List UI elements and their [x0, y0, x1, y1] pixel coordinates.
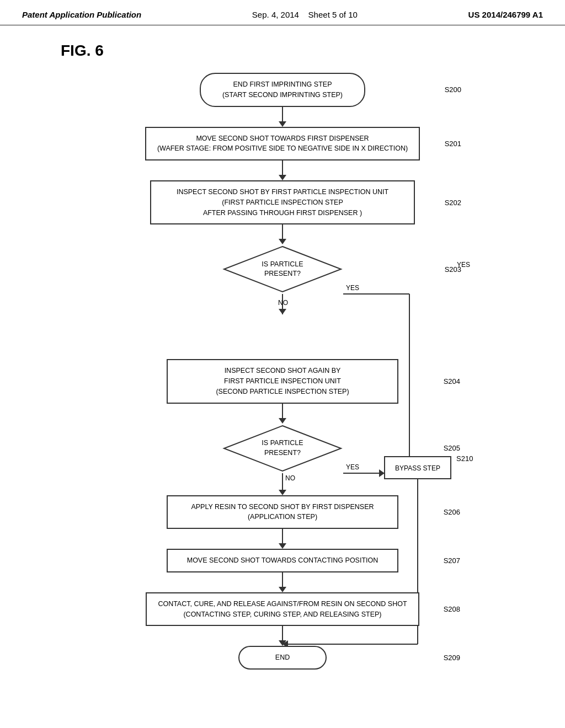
arrow-s206-s207: [279, 529, 286, 549]
s206-text: APPLY RESIN TO SECOND SHOT BY FIRST DISP…: [191, 503, 374, 521]
s205-node: IS PARTICLEPRESENT?: [222, 424, 343, 473]
fig-label: FIG. 6: [61, 42, 565, 60]
no-label-s205: NO: [285, 474, 295, 482]
s209-label: S209: [444, 654, 460, 662]
s207-node: MOVE SECOND SHOT TOWARDS CONTACTING POSI…: [167, 549, 398, 572]
s207-row: MOVE SECOND SHOT TOWARDS CONTACTING POSI…: [89, 549, 476, 572]
s201-row: MOVE SECOND SHOT TOWARDS FIRST DISPENSER…: [22, 127, 543, 161]
s206-node: APPLY RESIN TO SECOND SHOT BY FIRST DISP…: [167, 495, 398, 529]
arrow-s201-s202: [279, 160, 286, 180]
yes-label-s203: YES: [457, 261, 470, 269]
patent-number: US 2014/246799 A1: [468, 10, 543, 19]
s205-label: S205: [444, 444, 460, 452]
s200-node: END FIRST IMPRINTING STEP(START SECOND I…: [200, 73, 365, 107]
s202-label: S202: [445, 199, 461, 207]
s200-row: END FIRST IMPRINTING STEP(START SECOND I…: [22, 73, 543, 107]
flowchart: END FIRST IMPRINTING STEP(START SECOND I…: [0, 73, 565, 692]
page-header: Patent Application Publication Sep. 4, 2…: [0, 0, 565, 25]
s207-label: S207: [444, 556, 460, 565]
arrow-s202-s203: [279, 224, 286, 244]
s202-text: INSPECT SECOND SHOT BY FIRST PARTICLE IN…: [177, 188, 388, 217]
s209-text: END: [275, 654, 290, 661]
date: Sep. 4, 2014: [252, 10, 299, 19]
s204-text: INSPECT SECOND SHOT AGAIN BYFIRST PARTIC…: [216, 367, 349, 395]
sheet: Sheet 5 of 10: [308, 10, 358, 19]
s209-row: END S209: [89, 646, 476, 670]
s203-node: IS PARTICLEPRESENT?: [222, 244, 343, 294]
s201-label: S201: [445, 140, 461, 148]
s208-row: CONTACT, CURE, AND RELEASE AGAINST/FROM …: [89, 592, 476, 627]
s200-text: END FIRST IMPRINTING STEP(START SECOND I…: [222, 81, 343, 99]
arrow-s207-s208: [279, 572, 286, 592]
arrow-s208-s209: [279, 626, 286, 646]
s204-label: S204: [444, 377, 460, 386]
s206-label: S206: [444, 508, 460, 516]
no-label-s203: NO: [278, 299, 288, 307]
s209-node: END: [238, 646, 327, 670]
arrow-s204-s205: [279, 404, 286, 424]
s205-text: IS PARTICLEPRESENT?: [262, 438, 303, 458]
s208-label: S208: [444, 605, 460, 613]
arrow-s200-s201: [279, 107, 286, 127]
s204-node: INSPECT SECOND SHOT AGAIN BYFIRST PARTIC…: [167, 359, 398, 403]
s207-text: MOVE SECOND SHOT TOWARDS CONTACTING POSI…: [187, 556, 379, 564]
s201-text: MOVE SECOND SHOT TOWARDS FIRST DISPENSER…: [157, 135, 408, 153]
publication-label: Patent Application Publication: [22, 10, 141, 19]
s200-label: S200: [445, 85, 461, 94]
s204-row: INSPECT SECOND SHOT AGAIN BYFIRST PARTIC…: [89, 359, 476, 403]
s208-text: CONTACT, CURE, AND RELEASE AGAINST/FROM …: [158, 600, 407, 618]
s202-row: INSPECT SECOND SHOT BY FIRST PARTICLE IN…: [22, 180, 543, 224]
s208-node: CONTACT, CURE, AND RELEASE AGAINST/FROM …: [146, 592, 419, 627]
s201-node: MOVE SECOND SHOT TOWARDS FIRST DISPENSER…: [145, 127, 420, 161]
s202-node: INSPECT SECOND SHOT BY FIRST PARTICLE IN…: [150, 180, 415, 224]
s203-text: IS PARTICLEPRESENT?: [262, 260, 303, 279]
date-sheet: Sep. 4, 2014 Sheet 5 of 10: [252, 10, 358, 19]
s206-row: APPLY RESIN TO SECOND SHOT BY FIRST DISP…: [89, 495, 476, 529]
